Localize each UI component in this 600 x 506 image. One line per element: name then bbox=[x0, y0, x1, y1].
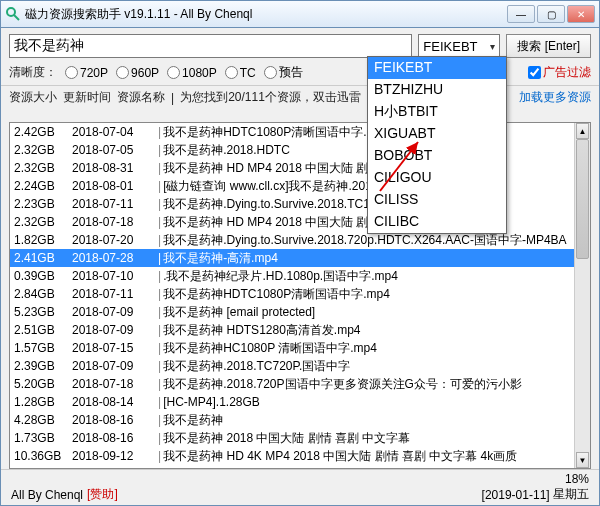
search-row: FEIKEBT 搜索 [Enter] bbox=[1, 28, 599, 62]
table-row[interactable]: 2.84GB2018-07-11|我不是药神HDTC1080P清晰国语中字.mp… bbox=[10, 285, 574, 303]
table-row[interactable]: 1.28GB2018-08-14|[HC-MP4].1.28GB bbox=[10, 393, 574, 411]
statusbar: 18% All By Chenql [赞助] [2019-01-11] 星期五 bbox=[1, 469, 599, 505]
table-row[interactable]: 1.57GB2018-07-15|我不是药神HC1080P 清晰国语中字.mp4 bbox=[10, 339, 574, 357]
dropdown-option[interactable]: FEIKEBT bbox=[368, 57, 506, 79]
table-row[interactable]: 5.23GB2018-07-09|我不是药神 [email protected] bbox=[10, 303, 574, 321]
scroll-thumb[interactable] bbox=[576, 139, 589, 259]
window-title: 磁力资源搜索助手 v19.1.11 - All By Chenql bbox=[25, 6, 507, 23]
dropdown-option[interactable]: XIGUABT bbox=[368, 123, 506, 145]
sponsor-link[interactable]: [赞助] bbox=[87, 486, 118, 503]
dropdown-option[interactable]: CILIBC bbox=[368, 211, 506, 233]
summary-label: 为您找到20/111个资源，双击迅雷 bbox=[180, 89, 361, 106]
scroll-down-button[interactable]: ▼ bbox=[576, 452, 589, 468]
minimize-button[interactable]: — bbox=[507, 5, 535, 23]
dropdown-option[interactable]: CILISS bbox=[368, 189, 506, 211]
svg-point-0 bbox=[7, 8, 15, 16]
table-row[interactable]: 2.39GB2018-07-09|我不是药神.2018.TC720P.国语中字 bbox=[10, 357, 574, 375]
app-icon bbox=[5, 6, 21, 22]
table-row[interactable]: 1.73GB2018-08-16|我不是药神 2018 中国大陆 剧情 喜剧 中… bbox=[10, 429, 574, 447]
col-name: 资源名称 bbox=[117, 89, 165, 106]
search-button[interactable]: 搜索 [Enter] bbox=[506, 34, 591, 58]
table-row[interactable]: 2.51GB2018-07-09|我不是药神 HDTS1280高清首发.mp4 bbox=[10, 321, 574, 339]
engine-dropdown[interactable]: FEIKEBTBTZHIZHUH小BTBITXIGUABTBOBOBTCILIG… bbox=[367, 56, 507, 234]
radio-960p[interactable]: 960P bbox=[116, 66, 159, 80]
clarity-label: 清晰度： bbox=[9, 64, 57, 81]
list-header: 资源大小 更新时间 资源名称 | 为您找到20/111个资源，双击迅雷 加载更多… bbox=[1, 86, 599, 109]
dropdown-option[interactable]: H小BTBIT bbox=[368, 101, 506, 123]
svg-line-1 bbox=[14, 15, 19, 20]
maximize-button[interactable]: ▢ bbox=[537, 5, 565, 23]
table-row[interactable]: 0.39GB2018-07-10|.我不是药神纪录片.HD.1080p.国语中字… bbox=[10, 267, 574, 285]
window-buttons: — ▢ ✕ bbox=[507, 5, 595, 23]
col-time: 更新时间 bbox=[63, 89, 111, 106]
radio-1080p[interactable]: 1080P bbox=[167, 66, 217, 80]
content-area: FEIKEBT 搜索 [Enter] 清晰度： 720P 960P 1080P … bbox=[0, 28, 600, 506]
close-button[interactable]: ✕ bbox=[567, 5, 595, 23]
status-date: [2019-01-11] bbox=[482, 488, 550, 502]
table-row[interactable]: 2.28GB2018-07-18|我不是药神TC1080P.mp4 bbox=[10, 465, 574, 468]
load-more-link[interactable]: 加载更多资源 bbox=[519, 89, 591, 106]
dropdown-option[interactable]: CILIGOU bbox=[368, 167, 506, 189]
radio-720p[interactable]: 720P bbox=[65, 66, 108, 80]
titlebar: 磁力资源搜索助手 v19.1.11 - All By Chenql — ▢ ✕ bbox=[0, 0, 600, 28]
scroll-up-button[interactable]: ▲ bbox=[576, 123, 589, 139]
status-author: All By Chenql bbox=[11, 488, 83, 502]
status-percent: 18% bbox=[565, 472, 589, 486]
table-row[interactable]: 4.28GB2018-08-16|我不是药神 bbox=[10, 411, 574, 429]
table-row[interactable]: 10.36GB2018-09-12|我不是药神 HD 4K MP4 2018 中… bbox=[10, 447, 574, 465]
col-size: 资源大小 bbox=[9, 89, 57, 106]
ad-filter-checkbox[interactable]: 广告过滤 bbox=[528, 64, 591, 81]
table-row[interactable]: 5.20GB2018-07-18|我不是药神.2018.720P国语中字更多资源… bbox=[10, 375, 574, 393]
search-input[interactable] bbox=[9, 34, 412, 58]
engine-combo[interactable]: FEIKEBT bbox=[418, 34, 500, 58]
scrollbar[interactable]: ▲ ▼ bbox=[574, 123, 590, 468]
radio-tc[interactable]: TC bbox=[225, 66, 256, 80]
engine-selected-label: FEIKEBT bbox=[423, 39, 477, 54]
table-row[interactable]: 2.41GB2018-07-28|我不是药神-高清.mp4 bbox=[10, 249, 574, 267]
status-weekday: 星期五 bbox=[553, 486, 589, 503]
dropdown-option[interactable]: BOBOBT bbox=[368, 145, 506, 167]
dropdown-option[interactable]: BTZHIZHU bbox=[368, 79, 506, 101]
radio-preview[interactable]: 预告 bbox=[264, 64, 303, 81]
filter-row: 清晰度： 720P 960P 1080P TC 预告 广告过滤 bbox=[1, 62, 599, 86]
